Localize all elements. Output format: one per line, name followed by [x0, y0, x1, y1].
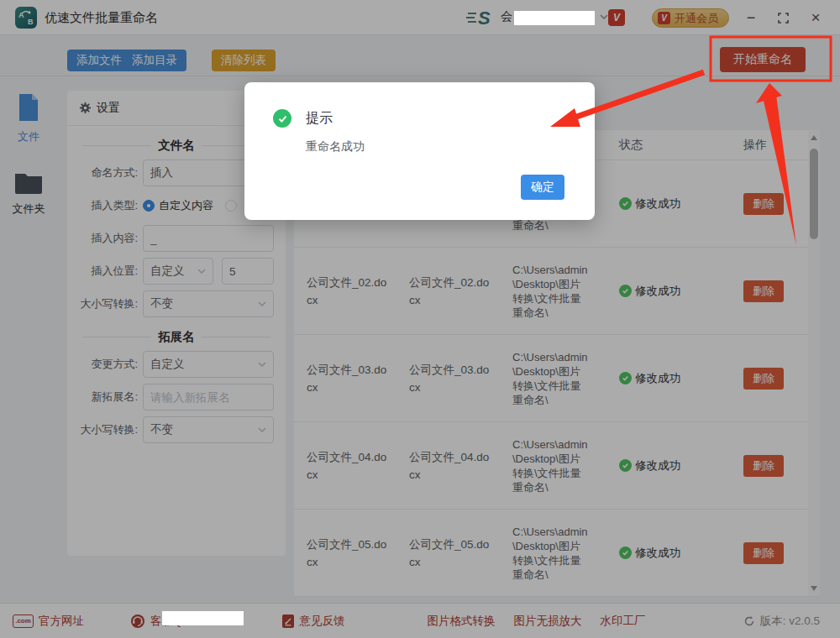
success-check-icon [273, 109, 291, 128]
dialog-title: 提示 [306, 110, 333, 128]
dialog-message: 重命名成功 [306, 139, 365, 154]
tip-dialog: 提示 重命名成功 确定 [244, 82, 595, 220]
qq-redaction-box [162, 611, 244, 625]
dialog-ok-button[interactable]: 确定 [521, 175, 564, 200]
app-window: A B 优速文件批量重命名 S 会 V V 开通会员 − [0, 0, 840, 638]
account-redaction-box [514, 11, 595, 25]
